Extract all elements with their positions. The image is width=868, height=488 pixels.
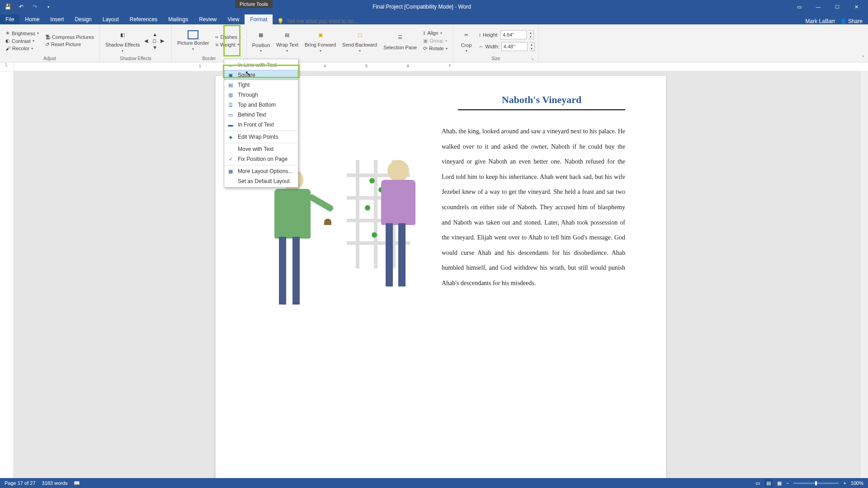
- window-title: Final Project [Compatibility Mode] - Wor…: [373, 4, 471, 10]
- shadow-effects-button[interactable]: ◧ Shadow Effects: [104, 28, 142, 53]
- group-shadow-effects: ◧ Shadow Effects ▲ ◀◻▶ ▼ Shadow Effects: [100, 24, 172, 62]
- maximize-icon[interactable]: ☐: [828, 0, 846, 14]
- redo-icon[interactable]: ↷: [30, 2, 40, 12]
- ribbon: ☀Brightness ◐Contrast 🖌Recolor 🗜Compress…: [0, 24, 868, 62]
- width-label: Width:: [486, 44, 500, 49]
- height-input[interactable]: 4.84": [500, 30, 527, 39]
- align-button[interactable]: ⫴Align: [421, 30, 449, 37]
- qat-more-icon[interactable]: ▾: [43, 2, 53, 12]
- read-mode-icon[interactable]: ▭: [755, 480, 760, 486]
- menu-separator: [225, 165, 297, 165]
- bring-forward-icon: ▣: [314, 28, 327, 41]
- inline-icon: ▭: [227, 61, 234, 69]
- print-layout-icon[interactable]: ▤: [764, 479, 773, 487]
- share-button[interactable]: 👤 Share: [840, 18, 863, 24]
- brightness-button[interactable]: ☀Brightness: [4, 30, 41, 37]
- menu-square[interactable]: ▣Square: [224, 70, 298, 80]
- status-page[interactable]: Page 17 of 27: [5, 480, 36, 486]
- menu-behind-text[interactable]: ▭Behind Text: [224, 110, 298, 120]
- recolor-button[interactable]: 🖌Recolor: [4, 45, 41, 52]
- send-backward-button[interactable]: ▢Send Backward: [340, 28, 379, 53]
- width-spinner[interactable]: ▴▾: [529, 42, 535, 51]
- edit-points-icon: ◈: [227, 133, 234, 141]
- tab-selector[interactable]: L: [0, 62, 14, 71]
- crop-button[interactable]: ✂Crop: [457, 28, 476, 54]
- reset-icon: ↺: [45, 42, 49, 47]
- menu-more-layout-options[interactable]: ▦More Layout Options...: [224, 166, 298, 176]
- width-icon: ↔: [479, 44, 484, 49]
- picture-border-icon: [188, 30, 198, 39]
- status-words[interactable]: 3183 words: [42, 480, 68, 486]
- rotate-button[interactable]: ⟳Rotate: [421, 45, 449, 52]
- check-icon: ✓: [227, 155, 234, 163]
- zoom-out-icon[interactable]: −: [786, 480, 789, 486]
- menu-inline-with-text[interactable]: ▭In Line with Text: [224, 60, 298, 70]
- tab-view[interactable]: View: [222, 14, 245, 24]
- ribbon-display-icon[interactable]: ▭: [790, 0, 808, 14]
- menu-through[interactable]: ▥Through: [224, 90, 298, 100]
- contextual-tab-label: Picture Tools: [235, 0, 273, 8]
- recolor-icon: 🖌: [5, 46, 10, 51]
- tell-me-input[interactable]: [287, 18, 377, 24]
- contrast-button[interactable]: ◐Contrast: [4, 38, 41, 44]
- picture-border-button[interactable]: Picture Border: [175, 29, 211, 52]
- tab-format[interactable]: Format: [245, 14, 273, 24]
- ruler-scale: 1 2 3 4 5 6 7: [14, 62, 868, 71]
- selection-pane-button[interactable]: ☰Selection Pane: [382, 30, 419, 51]
- tab-home[interactable]: Home: [19, 14, 45, 24]
- menu-top-and-bottom[interactable]: ☰Top and Bottom: [224, 100, 298, 110]
- user-name[interactable]: Mark LaBarr: [806, 18, 835, 24]
- web-layout-icon[interactable]: ▦: [777, 480, 782, 486]
- compress-icon: 🗜: [45, 34, 50, 40]
- undo-icon[interactable]: ↶: [16, 2, 26, 12]
- status-bar: Page 17 of 27 3183 words 📖 ▭ ▤ ▦ − + 100…: [0, 478, 868, 488]
- group-adjust: ☀Brightness ◐Contrast 🖌Recolor 🗜Compress…: [0, 24, 100, 62]
- spellcheck-icon[interactable]: 📖: [74, 480, 80, 486]
- save-icon[interactable]: 💾: [3, 2, 13, 12]
- position-button[interactable]: ▦Position: [250, 28, 272, 54]
- tab-mailings[interactable]: Mailings: [163, 14, 193, 24]
- bring-forward-button[interactable]: ▣Bring Forward: [303, 28, 338, 53]
- person-right-graphic: [374, 160, 424, 296]
- tell-me-box[interactable]: 💡: [273, 18, 805, 24]
- share-icon: 👤: [840, 18, 847, 24]
- reset-picture-button[interactable]: ↺Reset Picture: [43, 41, 96, 48]
- tab-review[interactable]: Review: [193, 14, 222, 24]
- tab-design[interactable]: Design: [69, 14, 97, 24]
- more-options-icon: ▦: [227, 168, 234, 175]
- wrap-text-button[interactable]: ▤Wrap Text: [274, 28, 300, 53]
- send-backward-icon: ▢: [354, 28, 366, 41]
- height-spinner[interactable]: ▴▾: [528, 30, 534, 39]
- tab-layout[interactable]: Layout: [97, 14, 124, 24]
- top-bottom-icon: ☰: [227, 101, 234, 108]
- group-icon: ▣: [423, 38, 428, 44]
- through-icon: ▥: [227, 91, 234, 99]
- tab-references[interactable]: References: [124, 14, 163, 24]
- horizontal-ruler[interactable]: L 1 2 3 4 5 6 7: [0, 62, 868, 71]
- width-input[interactable]: 4.48": [501, 42, 528, 51]
- dashes-button[interactable]: ┅Dashes: [213, 34, 242, 41]
- menu-edit-wrap-points[interactable]: ◈Edit Wrap Points: [224, 132, 298, 142]
- title-rule: [458, 109, 625, 110]
- menu-in-front-of-text[interactable]: ▬In Front of Text: [224, 120, 298, 130]
- collapse-ribbon-icon[interactable]: ˄: [859, 53, 868, 62]
- menu-fix-position[interactable]: ✓Fix Position on Page: [224, 154, 298, 164]
- vertical-scrollbar[interactable]: [861, 71, 868, 478]
- menu-tight[interactable]: ▤Tight: [224, 80, 298, 90]
- vertical-ruler[interactable]: [0, 71, 14, 478]
- shadow-nudge-grid[interactable]: ▲ ◀◻▶ ▼: [144, 32, 168, 50]
- minimize-icon[interactable]: —: [809, 0, 827, 14]
- tab-file[interactable]: File: [0, 14, 19, 24]
- zoom-level[interactable]: 100%: [851, 480, 863, 486]
- zoom-slider[interactable]: [793, 483, 839, 484]
- weight-button[interactable]: ≡Weight: [213, 42, 242, 48]
- tab-insert[interactable]: Insert: [45, 14, 69, 24]
- menu-set-default-layout[interactable]: Set as Default Layout: [224, 176, 298, 186]
- size-dialog-launcher[interactable]: ↘: [531, 57, 535, 61]
- compress-pictures-button[interactable]: 🗜Compress Pictures: [43, 34, 96, 40]
- menu-move-with-text[interactable]: Move with Text: [224, 144, 298, 154]
- group-button[interactable]: ▣Group: [421, 38, 449, 44]
- zoom-in-icon[interactable]: +: [843, 480, 846, 486]
- close-icon[interactable]: ✕: [847, 0, 865, 14]
- wrap-text-icon: ▤: [281, 28, 293, 41]
